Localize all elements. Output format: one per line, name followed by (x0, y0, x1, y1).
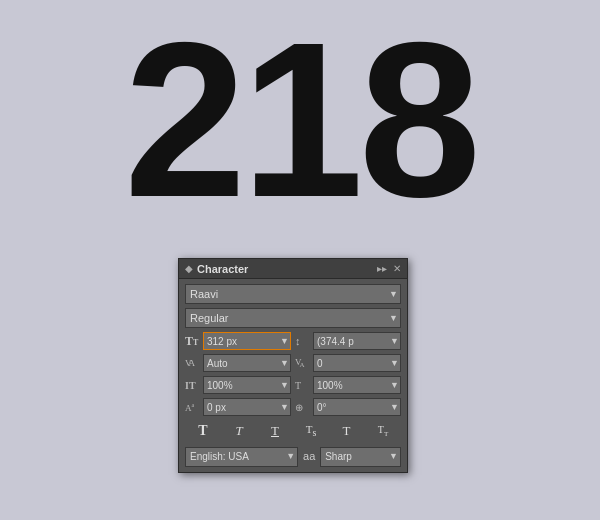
horiz-scale-field: T ▼ (295, 376, 401, 394)
rotation-field: ⊕ ▼ (295, 398, 401, 416)
panel-menu-icon[interactable]: ✕ (393, 263, 401, 274)
panel-title-right: ▸▸ ✕ (377, 263, 401, 274)
panel-body: Raavi ▼ Regular ▼ TT ▼ (179, 279, 407, 472)
vert-scale-field: IT ▼ (185, 376, 291, 394)
panel-titlebar: ◆ Character ▸▸ ✕ (179, 259, 407, 279)
tracking-field: VA ▼ (295, 354, 401, 372)
font-size-input-wrapper[interactable]: ▼ (203, 332, 291, 350)
font-size-input[interactable] (203, 332, 291, 350)
kerning-icon: VA (185, 358, 201, 368)
antialiasing-wrapper[interactable]: Sharp ▼ (320, 446, 401, 467)
strikethrough-button[interactable]: Ts (300, 422, 322, 439)
tracking-input[interactable] (313, 354, 401, 372)
bottom-row: English: USA ▼ aa Sharp ▼ (185, 446, 401, 467)
font-size-field: TT ▼ (185, 332, 291, 350)
vert-scale-icon: IT (185, 380, 201, 391)
leading-icon: ↕ (295, 335, 311, 347)
kerning-input[interactable] (203, 354, 291, 372)
font-style-row: Regular ▼ (185, 308, 401, 328)
rotation-icon: ⊕ (295, 402, 311, 413)
baseline-input[interactable] (203, 398, 291, 416)
panel-collapse-icon[interactable]: ◆ (185, 263, 193, 274)
horiz-scale-input[interactable] (313, 376, 401, 394)
kerning-tracking-row: VA ▼ VA ▼ (185, 354, 401, 372)
antialiasing-select[interactable]: Sharp (320, 447, 401, 467)
language-select[interactable]: English: USA (185, 447, 298, 467)
font-size-icon: TT (185, 334, 201, 349)
font-style-select[interactable]: Regular (185, 308, 401, 328)
character-panel: ◆ Character ▸▸ ✕ Raavi ▼ Regular ▼ (178, 258, 408, 473)
vert-scale-input[interactable] (203, 376, 291, 394)
baseline-rotation-row: Aa ▼ ⊕ ▼ (185, 398, 401, 416)
type-buttons-row: T T T Ts T TT (185, 420, 401, 442)
baseline-input-wrapper[interactable]: ▼ (203, 398, 291, 416)
rotation-input[interactable] (313, 398, 401, 416)
allcaps-button[interactable]: T (336, 422, 358, 440)
baseline-field: Aa ▼ (185, 398, 291, 416)
font-family-wrapper[interactable]: Raavi ▼ (185, 284, 401, 304)
canvas-numbers: 218 (0, 10, 600, 230)
underline-button[interactable]: T (264, 422, 286, 440)
font-style-wrapper[interactable]: Regular ▼ (185, 308, 401, 328)
leading-input-wrapper[interactable]: ▼ (313, 332, 401, 350)
size-leading-row: TT ▼ ↕ ▼ (185, 332, 401, 350)
tracking-icon: VA (295, 357, 311, 370)
leading-input[interactable] (313, 332, 401, 350)
antialiasing-label: aa (302, 450, 316, 462)
horiz-scale-input-wrapper[interactable]: ▼ (313, 376, 401, 394)
vert-scale-input-wrapper[interactable]: ▼ (203, 376, 291, 394)
horiz-scale-icon: T (295, 380, 311, 391)
panel-title-left: ◆ Character (185, 263, 248, 275)
panel-expand-icon[interactable]: ▸▸ (377, 263, 387, 274)
baseline-icon: Aa (185, 402, 201, 413)
faux-italic-button[interactable]: T (228, 422, 250, 440)
font-family-select[interactable]: Raavi (185, 284, 401, 304)
scale-row: IT ▼ T ▼ (185, 376, 401, 394)
language-wrapper[interactable]: English: USA ▼ (185, 446, 298, 467)
kerning-field: VA ▼ (185, 354, 291, 372)
kerning-input-wrapper[interactable]: ▼ (203, 354, 291, 372)
smallcaps-button[interactable]: TT (372, 423, 394, 439)
leading-field: ↕ ▼ (295, 332, 401, 350)
rotation-input-wrapper[interactable]: ▼ (313, 398, 401, 416)
faux-bold-button[interactable]: T (192, 422, 214, 440)
panel-title: Character (197, 263, 248, 275)
font-family-row: Raavi ▼ (185, 284, 401, 304)
tracking-input-wrapper[interactable]: ▼ (313, 354, 401, 372)
